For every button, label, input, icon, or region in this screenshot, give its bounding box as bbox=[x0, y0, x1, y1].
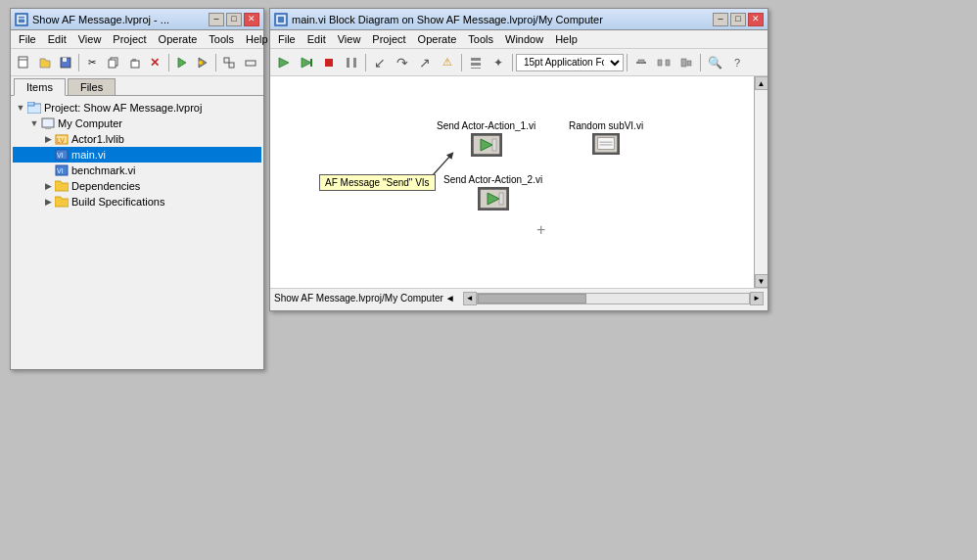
svg-rect-39 bbox=[666, 60, 670, 66]
warn-button[interactable]: ⚠ bbox=[437, 52, 458, 73]
close-button[interactable]: ✕ bbox=[244, 13, 259, 26]
tree-project-label: Project: Show AF Message.lvproj bbox=[44, 102, 202, 114]
diag-menu-help[interactable]: Help bbox=[549, 31, 583, 47]
step-into-button[interactable]: ↙ bbox=[369, 52, 391, 73]
tab-items[interactable]: Items bbox=[14, 78, 66, 96]
scroll-right-button[interactable]: ► bbox=[750, 292, 764, 305]
maximize-button[interactable]: □ bbox=[730, 13, 746, 26]
step-over-button[interactable]: ↷ bbox=[392, 52, 413, 73]
diag-menu-project[interactable]: Project bbox=[366, 31, 411, 47]
maximize-button[interactable]: □ bbox=[226, 13, 242, 26]
tree-main-vi[interactable]: VI main.vi bbox=[13, 147, 261, 163]
tree-my-computer-label: My Computer bbox=[58, 117, 122, 129]
tab-files[interactable]: Files bbox=[68, 78, 116, 95]
send-action-1-node[interactable]: Send Actor-Action_1.vi bbox=[437, 120, 535, 157]
diagram-window-controls: – □ ✕ bbox=[713, 13, 764, 26]
menu-operate[interactable]: Operate bbox=[153, 31, 204, 47]
tree-build-specs[interactable]: ▶ Build Specifications bbox=[13, 194, 261, 210]
svg-rect-41 bbox=[687, 61, 691, 66]
paste-button[interactable] bbox=[124, 52, 144, 73]
svg-rect-26 bbox=[277, 16, 285, 23]
send-action-2-node[interactable]: Send Actor-Action_2.vi bbox=[443, 174, 542, 210]
scroll-left-button[interactable]: ◄ bbox=[463, 292, 477, 305]
send-action-2-icon bbox=[478, 187, 509, 210]
delete-button[interactable]: ✕ bbox=[145, 52, 164, 73]
run-button[interactable] bbox=[172, 52, 192, 73]
toolbar-separator-2 bbox=[461, 54, 462, 71]
svg-rect-8 bbox=[131, 61, 139, 68]
svg-rect-13 bbox=[224, 58, 229, 63]
expand-icon bbox=[42, 164, 54, 176]
project-toolbar: ✂ ✕ bbox=[11, 49, 263, 76]
tree-actor1-lib[interactable]: ▶ LV Actor1.lvlib bbox=[13, 131, 261, 147]
af-message-box[interactable]: AF Message "Send" VIs bbox=[319, 174, 436, 191]
menu-view[interactable]: View bbox=[72, 31, 108, 47]
zoom-in-button[interactable]: 🔍 bbox=[704, 52, 725, 73]
cut-button[interactable]: ✂ bbox=[82, 52, 102, 73]
svg-text:LV: LV bbox=[57, 137, 65, 144]
reorder-button[interactable] bbox=[465, 52, 487, 73]
tree-dependencies[interactable]: ▶ Dependencies bbox=[13, 178, 261, 194]
menu-project[interactable]: Project bbox=[107, 31, 152, 47]
svg-rect-15 bbox=[246, 61, 256, 66]
random-subvi-label: Random subVI.vi bbox=[569, 120, 643, 131]
diag-menu-file[interactable]: File bbox=[272, 31, 302, 47]
diagram-status-bar: Show AF Message.lvproj/My Computer ◄ ◄ ► bbox=[270, 288, 768, 307]
zoom-out-button[interactable]: ? bbox=[726, 52, 748, 73]
tree-benchmark-vi[interactable]: VI benchmark.vi bbox=[13, 163, 261, 178]
menu-edit[interactable]: Edit bbox=[42, 31, 72, 47]
resize-button[interactable] bbox=[675, 52, 697, 73]
svg-rect-18 bbox=[42, 118, 54, 127]
scroll-up-button[interactable]: ▲ bbox=[755, 76, 768, 90]
svg-rect-52 bbox=[499, 193, 503, 205]
scroll-down-button[interactable]: ▼ bbox=[755, 274, 768, 288]
svg-rect-33 bbox=[471, 58, 481, 61]
minimize-button[interactable]: – bbox=[713, 13, 728, 26]
computer-icon bbox=[40, 117, 56, 130]
abort-button[interactable] bbox=[318, 52, 340, 73]
align-button[interactable] bbox=[630, 52, 652, 73]
horizontal-scrollbar[interactable]: ◄ ► bbox=[463, 292, 764, 305]
diag-menu-tools[interactable]: Tools bbox=[462, 31, 499, 47]
distribute-button[interactable] bbox=[653, 52, 675, 73]
minimize-button[interactable]: – bbox=[209, 13, 224, 26]
diag-menu-edit[interactable]: Edit bbox=[302, 31, 332, 47]
svg-text:VI: VI bbox=[57, 152, 64, 159]
toolbar-separator-1 bbox=[78, 54, 79, 71]
status-path-arrow: ◄ bbox=[445, 293, 455, 303]
diag-menu-view[interactable]: View bbox=[332, 31, 367, 47]
send-action-1-label: Send Actor-Action_1.vi bbox=[437, 120, 535, 131]
tree-my-computer[interactable]: ▼ My Computer bbox=[13, 116, 261, 131]
menu-tools[interactable]: Tools bbox=[203, 31, 240, 47]
expand-button[interactable] bbox=[219, 52, 239, 73]
folder-icon bbox=[54, 179, 70, 193]
menu-file[interactable]: File bbox=[13, 31, 42, 47]
send-action-1-icon bbox=[471, 133, 502, 157]
scroll-thumb[interactable] bbox=[478, 294, 586, 303]
svg-rect-40 bbox=[681, 59, 686, 67]
run-vi-button[interactable] bbox=[273, 52, 295, 73]
project-window-title: Show AF Message.lvproj - ... bbox=[32, 14, 169, 25]
random-subvi-node[interactable]: Random subVI.vi bbox=[569, 120, 643, 155]
diag-menu-operate[interactable]: Operate bbox=[412, 31, 463, 47]
vertical-scrollbar[interactable]: ▲ ▼ bbox=[754, 76, 768, 288]
collapse-button[interactable] bbox=[241, 52, 260, 73]
diag-menu-window[interactable]: Window bbox=[499, 31, 549, 47]
step-out-button[interactable]: ↗ bbox=[414, 52, 436, 73]
run-continuously-button[interactable] bbox=[296, 52, 317, 73]
save-button[interactable] bbox=[56, 52, 75, 73]
copy-button[interactable] bbox=[103, 52, 122, 73]
highlight-button[interactable]: ✦ bbox=[488, 52, 509, 73]
svg-rect-14 bbox=[229, 63, 234, 68]
run-highlight-button[interactable] bbox=[193, 52, 212, 73]
open-button[interactable] bbox=[34, 52, 54, 73]
project-tab-bar: Items Files bbox=[11, 76, 263, 96]
pause-button[interactable] bbox=[341, 52, 362, 73]
tree-benchmark-label: benchmark.vi bbox=[71, 164, 135, 176]
tree-project-root[interactable]: ▼ Project: Show AF Message.lvproj bbox=[13, 100, 261, 116]
svg-rect-38 bbox=[658, 60, 662, 66]
font-selector[interactable]: 15pt Application Font bbox=[516, 54, 624, 71]
close-button[interactable]: ✕ bbox=[748, 13, 764, 26]
diagram-canvas-area: ▲ ▼ AF Message "Send" VIs Send Actor-Act… bbox=[270, 76, 768, 288]
new-button[interactable] bbox=[14, 52, 33, 73]
